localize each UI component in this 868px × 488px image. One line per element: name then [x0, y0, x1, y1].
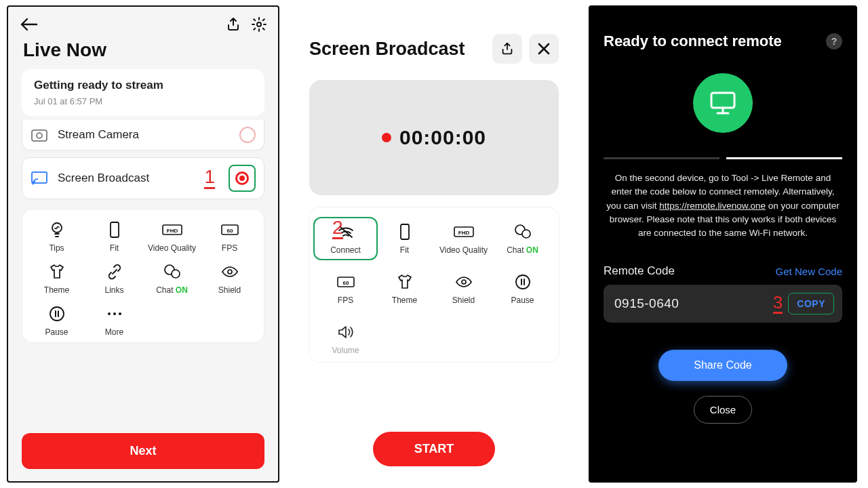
tshirt-icon [396, 272, 414, 291]
svg-point-22 [522, 230, 530, 238]
code-label: Remote Code [604, 264, 675, 278]
svg-point-17 [119, 312, 121, 315]
tool-shield[interactable]: Shield [434, 272, 493, 305]
settings-icon[interactable] [251, 16, 267, 33]
tool-label: FPS [222, 243, 237, 253]
share-button[interactable] [492, 34, 522, 64]
timer: 00:00:00 [399, 126, 486, 149]
fps-icon: 60 [221, 220, 239, 239]
svg-text:FHD: FHD [458, 230, 469, 236]
tool-label: Chat ON [156, 285, 188, 295]
option-label: Stream Camera [58, 128, 230, 142]
remote-code-value: 0915-0640 [614, 296, 768, 311]
get-new-code-link[interactable]: Get New Code [776, 266, 842, 277]
close-button[interactable] [529, 34, 559, 64]
fps-icon: 60 [337, 272, 355, 291]
lightbulb-icon [50, 220, 64, 239]
back-icon[interactable] [19, 18, 38, 31]
tools-panel: Connect Fit FHD Video Quality Chat ON 60… [309, 207, 559, 362]
option-screen-broadcast[interactable]: Screen Broadcast 1 [22, 157, 264, 199]
share-code-button[interactable]: Share Code [658, 350, 787, 381]
panel-screen-broadcast: Screen Broadcast 00:00:00 2 Connect Fit … [293, 5, 575, 483]
help-icon[interactable]: ? [826, 33, 842, 49]
svg-point-16 [113, 312, 116, 315]
tool-label: Tips [49, 243, 64, 253]
svg-rect-18 [401, 224, 409, 239]
tools-panel: Tips Fit FHD Video Quality 60 FPS Theme … [22, 209, 264, 343]
svg-point-12 [172, 270, 180, 278]
tool-video-quality[interactable]: FHD Video Quality [143, 220, 201, 253]
step-marker-1: 1 [204, 167, 215, 189]
phone-portrait-icon [399, 222, 410, 241]
tool-fps[interactable]: 60 FPS [201, 220, 258, 253]
eye-icon [455, 272, 473, 291]
share-icon[interactable] [225, 16, 241, 33]
tool-label: Shield [452, 296, 475, 305]
tool-theme[interactable]: Theme [375, 272, 434, 305]
record-dot-icon [382, 133, 391, 142]
svg-point-4 [33, 183, 35, 185]
tool-label: Video Quality [148, 243, 196, 253]
tool-label: Pause [45, 327, 68, 337]
fhd-icon: FHD [454, 222, 474, 241]
tool-tips[interactable]: Tips [28, 220, 85, 253]
chat-icon [514, 222, 532, 241]
svg-point-26 [516, 275, 530, 289]
tool-label: Chat ON [507, 245, 538, 255]
svg-point-15 [108, 312, 111, 315]
svg-point-2 [37, 133, 42, 138]
step-marker-3: 3 [773, 293, 783, 314]
close-button[interactable]: Close [694, 396, 752, 424]
tool-label: FPS [338, 296, 353, 305]
start-button[interactable]: START [373, 432, 495, 466]
page-title: Ready to connect remote [604, 33, 782, 50]
radio-on-icon [229, 165, 256, 192]
copy-button[interactable]: COPY [788, 293, 834, 314]
radio-off-icon [239, 127, 256, 143]
tool-pause[interactable]: Pause [493, 272, 552, 305]
option-label: Screen Broadcast [58, 171, 195, 185]
svg-text:60: 60 [226, 228, 233, 234]
remote-url[interactable]: https://remote.livenow.one [659, 201, 766, 211]
tool-chat[interactable]: Chat ON [493, 222, 552, 255]
panel-live-now: Live Now Getting ready to stream Jul 01 … [7, 5, 279, 483]
tool-links[interactable]: Links [85, 262, 143, 295]
tool-label: Fit [110, 243, 119, 253]
instructions: On the second device, go to Tool -> Live… [589, 159, 857, 240]
tool-label: Links [104, 285, 123, 295]
next-button[interactable]: Next [22, 433, 264, 469]
svg-point-25 [462, 280, 466, 284]
more-icon [106, 304, 123, 323]
tool-volume[interactable]: Volume [316, 323, 375, 355]
svg-point-0 [257, 22, 261, 26]
tool-label: Theme [44, 285, 69, 295]
svg-rect-1 [32, 130, 47, 141]
remote-code-box: 0915-0640 3 COPY [604, 285, 842, 323]
broadcast-preview: 00:00:00 [309, 80, 559, 195]
option-stream-camera[interactable]: Stream Camera [22, 120, 264, 150]
tool-more[interactable]: More [85, 304, 143, 337]
pause-icon [49, 304, 65, 323]
tool-label: Shield [218, 285, 241, 295]
cast-icon [31, 171, 48, 186]
stream-status-card: Getting ready to stream Jul 01 at 6:57 P… [22, 69, 264, 116]
card-timestamp: Jul 01 at 6:57 PM [34, 96, 252, 106]
tool-fps[interactable]: 60 FPS [316, 272, 375, 305]
tool-video-quality[interactable]: FHD Video Quality [434, 222, 493, 255]
tool-connect[interactable]: Connect [315, 218, 376, 259]
camera-icon [31, 127, 48, 142]
card-title: Getting ready to stream [34, 79, 252, 92]
pause-icon [515, 272, 531, 291]
tool-pause[interactable]: Pause [28, 304, 85, 337]
svg-point-13 [228, 270, 232, 274]
tool-shield[interactable]: Shield [201, 262, 258, 295]
tool-chat[interactable]: Chat ON [143, 262, 201, 295]
tool-theme[interactable]: Theme [28, 262, 85, 295]
tool-label: Theme [392, 296, 417, 305]
svg-rect-6 [111, 222, 119, 237]
tool-label: Volume [332, 346, 359, 355]
tool-fit[interactable]: Fit [85, 220, 143, 253]
page-title: Screen Broadcast [309, 39, 486, 60]
tool-fit[interactable]: Fit [375, 222, 434, 255]
svg-point-14 [50, 307, 64, 321]
